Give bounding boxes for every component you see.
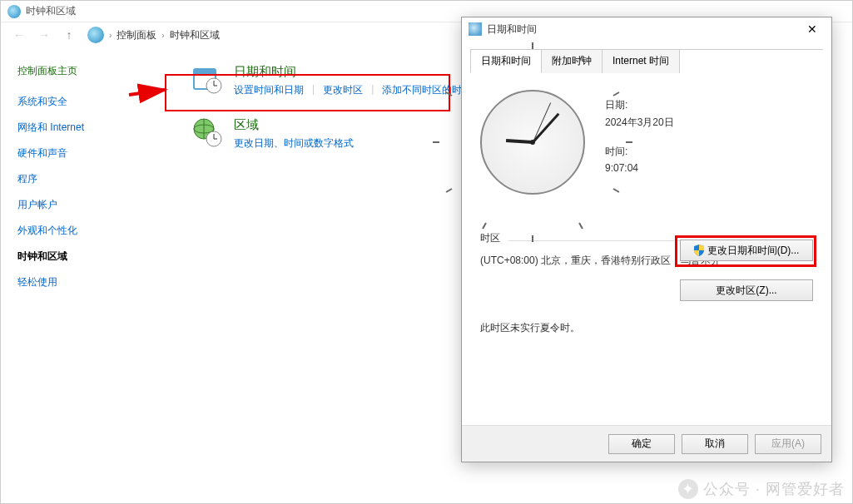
calendar-clock-icon — [192, 64, 222, 94]
close-button[interactable]: ✕ — [800, 21, 825, 37]
sidebar: 控制面板主页 系统和安全 网络和 Internet 硬件和声音 程序 用户帐户 … — [1, 47, 167, 503]
link-change-timezone[interactable]: 更改时区 — [323, 83, 363, 97]
tab-internet-time[interactable]: Internet 时间 — [602, 49, 680, 73]
category-datetime-title[interactable]: 日期和时间 — [234, 64, 472, 80]
timezone-label: 时区 — [480, 231, 500, 249]
tab-additional-clocks[interactable]: 附加时钟 — [541, 49, 603, 73]
wechat-icon: ✦ — [678, 479, 698, 499]
time-value: 9:07:04 — [605, 162, 674, 174]
category-region-title[interactable]: 区域 — [234, 117, 354, 133]
dst-info: 此时区未实行夏令时。 — [480, 301, 813, 335]
sidebar-item-system[interactable]: 系统和安全 — [17, 95, 167, 109]
sidebar-item-hardware[interactable]: 硬件和声音 — [17, 146, 167, 161]
globe-clock-icon — [192, 117, 222, 147]
link-change-formats[interactable]: 更改日期、时间或数字格式 — [234, 136, 354, 151]
dialog-body: 日期: 2024年3月20日 时间: 9:07:04 更改日期和时间(D)...… — [462, 73, 831, 343]
change-timezone-button[interactable]: 更改时区(Z)... — [680, 279, 813, 301]
watermark: ✦ 公众号 · 网管爱好者 — [678, 479, 845, 499]
tab-datetime[interactable]: 日期和时间 — [470, 49, 542, 73]
date-value: 2024年3月20日 — [605, 116, 674, 130]
change-datetime-button[interactable]: 更改日期和时间(D)... — [680, 240, 813, 261]
sidebar-home[interactable]: 控制面板主页 — [17, 64, 167, 78]
sidebar-item-appearance[interactable]: 外观和个性化 — [17, 224, 167, 238]
sidebar-item-programs[interactable]: 程序 — [17, 172, 167, 186]
change-timezone-label: 更改时区(Z)... — [716, 284, 776, 298]
breadcrumb-icon — [87, 27, 104, 43]
nav-forward-button[interactable]: → — [34, 25, 54, 45]
link-add-clocks[interactable]: 添加不同时区的时钟 — [382, 83, 472, 97]
watermark-text: 公众号 · 网管爱好者 — [703, 479, 845, 499]
nav-back-button[interactable]: ← — [9, 25, 29, 45]
svg-rect-1 — [194, 69, 216, 75]
chevron-right-icon: › — [109, 31, 112, 40]
breadcrumb-current[interactable]: 时钟和区域 — [170, 28, 220, 42]
date-label: 日期: — [605, 98, 674, 112]
ok-button[interactable]: 确定 — [608, 434, 675, 454]
sidebar-item-network[interactable]: 网络和 Internet — [17, 121, 167, 135]
dialog-titlebar: 日期和时间 ✕ — [462, 17, 831, 41]
tab-bar: 日期和时间 附加时钟 Internet 时间 — [462, 41, 831, 73]
datetime-dialog: 日期和时间 ✕ 日期和时间 附加时钟 Internet 时间 日期: 2024年… — [461, 17, 832, 462]
window-title: 时钟和区域 — [26, 4, 76, 18]
sidebar-item-ease[interactable]: 轻松使用 — [17, 275, 167, 289]
apply-button[interactable]: 应用(A) — [755, 434, 821, 454]
nav-up-button[interactable]: ↑ — [59, 25, 79, 45]
time-label: 时间: — [605, 145, 674, 159]
analog-clock — [480, 90, 588, 198]
link-set-datetime[interactable]: 设置时间和日期 — [234, 83, 304, 97]
sidebar-item-clock-region[interactable]: 时钟和区域 — [17, 250, 167, 264]
cancel-button[interactable]: 取消 — [682, 434, 748, 454]
sidebar-item-users[interactable]: 用户帐户 — [17, 198, 167, 212]
shield-icon — [694, 245, 704, 256]
change-datetime-label: 更改日期和时间(D)... — [707, 244, 800, 258]
datetime-icon — [469, 22, 482, 36]
chevron-right-icon: › — [161, 31, 164, 40]
dialog-footer: 确定 取消 应用(A) — [462, 425, 831, 462]
breadcrumb-root[interactable]: 控制面板 — [117, 28, 156, 42]
clock-region-icon — [7, 5, 21, 18]
breadcrumb: › 控制面板 › 时钟和区域 — [87, 27, 220, 43]
dialog-title: 日期和时间 — [487, 22, 800, 37]
